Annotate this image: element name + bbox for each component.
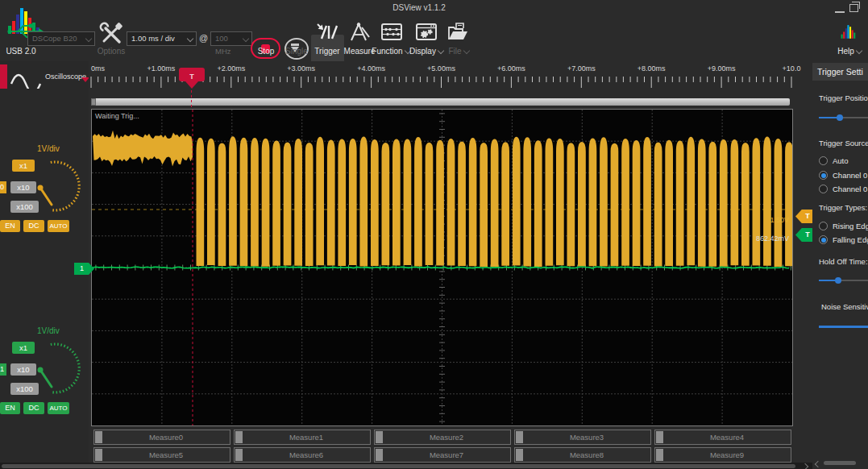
type-option-rising-edge[interactable]: Rising Edge <box>819 218 868 227</box>
mode-label: Oscilloscope <box>45 73 86 81</box>
radio-label: Auto <box>833 156 849 165</box>
trigger-types-label: Trigger Types: <box>819 203 867 212</box>
measure-box-handle[interactable] <box>95 449 102 461</box>
ch0-gain-dial[interactable] <box>32 150 81 219</box>
measure-box-label: Measure4 <box>663 430 791 444</box>
chevron-down-icon <box>856 48 862 54</box>
waveform-plot[interactable]: Waiting Trig... 1.50V 862.42mV T T 1 <box>91 109 793 426</box>
measure-box-label: Measure1 <box>243 430 370 444</box>
bottom-hscroll-thumb[interactable] <box>2 464 795 468</box>
horizontal-nav-scrollbar[interactable] <box>91 98 790 106</box>
minimize-button[interactable] <box>835 2 845 13</box>
trigger-sources-label: Trigger Sources <box>819 139 868 147</box>
timebase-select[interactable]: 1.00 ms / div <box>127 31 197 46</box>
radio-icon[interactable] <box>819 185 828 193</box>
measure-box-label: Measure3 <box>523 430 650 444</box>
dsview-window: DSView v1.1.2 USB 2.0 DSCope B20 <box>0 0 868 469</box>
file-label: File <box>442 47 476 56</box>
measure-box-label: Measure6 <box>243 448 370 462</box>
chevron-down-icon <box>463 48 469 54</box>
time-ruler-label: +8.00ms <box>638 64 666 73</box>
measure-box[interactable]: Measure8 <box>514 447 651 463</box>
acquisition-status: Waiting Trig... <box>95 112 139 120</box>
ch1-dc-button[interactable]: DC <box>23 402 44 414</box>
trigger-position-flag[interactable]: T <box>178 66 206 92</box>
nav-scrollbar-notch[interactable] <box>91 98 96 106</box>
titlebar: DSView v1.1.2 <box>0 0 868 16</box>
ch0-gain-x1[interactable]: x1 <box>12 160 35 172</box>
restore-icon[interactable] <box>849 4 858 12</box>
panel-hscroll-thumb[interactable] <box>824 461 856 465</box>
radio-icon[interactable] <box>819 156 828 165</box>
measure-box[interactable]: Measure2 <box>374 430 511 445</box>
svg-text:T: T <box>189 73 194 81</box>
measure-box-handle[interactable] <box>656 449 663 461</box>
time-ruler-label: +10.0 <box>783 64 801 73</box>
measure-box[interactable]: Measure4 <box>654 430 791 445</box>
measure-box[interactable]: Measure1 <box>234 430 371 445</box>
ch1-gain-x1[interactable]: x1 <box>12 342 35 354</box>
ch0-gain-x10[interactable]: x10 <box>10 181 36 193</box>
time-ruler-label: +1.00ms <box>147 64 176 73</box>
restore-icon-back <box>852 2 860 9</box>
measure-box-handle[interactable] <box>376 431 383 443</box>
source-option-channel0[interactable]: Channel 0 <box>819 167 867 176</box>
radio-selected-icon[interactable] <box>819 171 828 180</box>
time-ruler-label: +2.00ms <box>217 64 245 73</box>
function-label: Function <box>371 47 411 56</box>
panel-scroll-left-arrow[interactable] <box>815 461 821 467</box>
measure-box[interactable]: Measure7 <box>374 447 511 463</box>
single-icon-bar <box>291 44 299 46</box>
waveform-canvas <box>92 110 792 425</box>
device-select[interactable]: DSCope B20 <box>27 31 95 46</box>
type-option-falling-edge[interactable]: Falling Edge <box>819 231 868 241</box>
measure-box-handle[interactable] <box>235 449 243 461</box>
noise-sensitivity-slider[interactable] <box>819 326 868 328</box>
measure-box[interactable]: Measure5 <box>93 447 230 463</box>
scroll-right-arrow[interactable] <box>802 463 808 469</box>
ch1-gain-x10[interactable]: x10 <box>10 363 36 376</box>
function-icon[interactable] <box>380 21 404 43</box>
measure-box[interactable]: Measure9 <box>654 447 791 463</box>
ch1-en-button[interactable]: EN <box>0 402 20 414</box>
at-symbol: @ <box>199 33 208 43</box>
bottom-hscrollbar[interactable] <box>0 463 812 469</box>
display-icon[interactable] <box>414 21 438 43</box>
ch0-dc-button[interactable]: DC <box>23 220 44 232</box>
ch0-en-button[interactable]: EN <box>0 220 20 232</box>
ch1-auto-button[interactable]: AUTO <box>48 402 69 414</box>
ch1-gain-dial[interactable] <box>32 332 81 401</box>
window-title: DSView v1.1.2 <box>338 3 500 12</box>
time-ruler-label: +6.00ms <box>497 64 525 73</box>
options-wrench-icon[interactable] <box>98 21 124 45</box>
radio-icon[interactable] <box>819 222 828 230</box>
measure-box-handle[interactable] <box>516 431 523 443</box>
measure-box-handle[interactable] <box>376 449 383 461</box>
measure-box[interactable]: Measure0 <box>93 430 230 445</box>
measure-box[interactable]: Measure6 <box>234 447 371 463</box>
radio-selected-icon[interactable] <box>819 235 828 244</box>
measure-box-handle[interactable] <box>235 431 243 443</box>
ch0-gain-x100[interactable]: x100 <box>10 201 39 213</box>
trigger-position-slider-knob[interactable] <box>837 114 843 121</box>
trigger-label: Trigger <box>309 47 345 56</box>
measure-box-label: Measure7 <box>383 448 510 462</box>
device-color-block <box>0 64 7 89</box>
ch0-auto-button[interactable]: AUTO <box>48 220 69 232</box>
help-label[interactable]: Help <box>832 47 867 56</box>
measure-box-handle[interactable] <box>95 431 102 443</box>
measure-box[interactable]: Measure3 <box>514 430 651 445</box>
ch1-gain-x100[interactable]: x100 <box>10 383 39 395</box>
samplerate-select[interactable]: 100 MHz <box>210 31 252 46</box>
measure-icon[interactable] <box>347 21 372 44</box>
radio-label: Rising Edge <box>833 222 868 230</box>
measure-box-handle[interactable] <box>656 431 663 443</box>
source-option-channel0-and[interactable]: Channel 0 & <box>819 181 868 190</box>
measure-box-handle[interactable] <box>516 449 523 461</box>
options-label: Options <box>93 47 129 56</box>
file-icon[interactable] <box>446 21 470 43</box>
chevron-down-icon <box>187 35 193 42</box>
hold-off-slider-knob[interactable] <box>835 277 841 284</box>
measure-panel: Measure0 Measure1 Measure2 Measure3 Meas… <box>89 427 812 464</box>
source-option-auto[interactable]: Auto <box>819 152 849 162</box>
